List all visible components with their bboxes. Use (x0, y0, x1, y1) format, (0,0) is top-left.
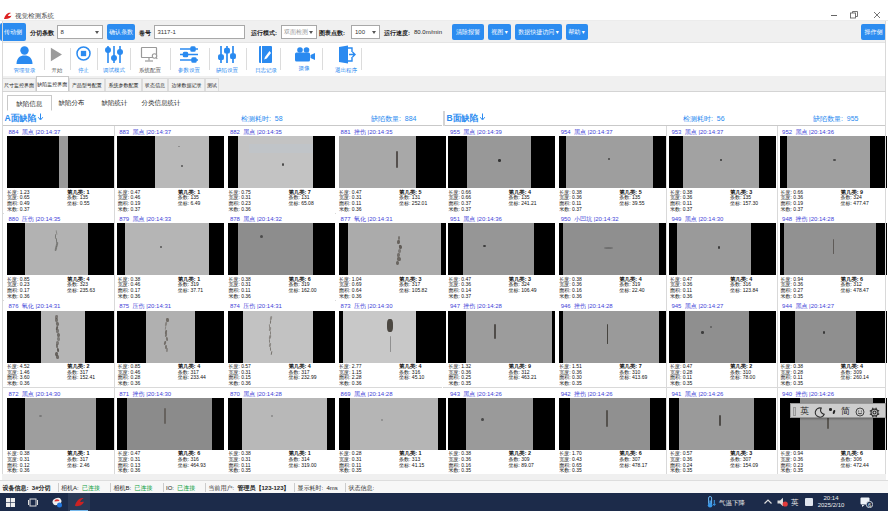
svg-text:6: 6 (868, 502, 871, 508)
